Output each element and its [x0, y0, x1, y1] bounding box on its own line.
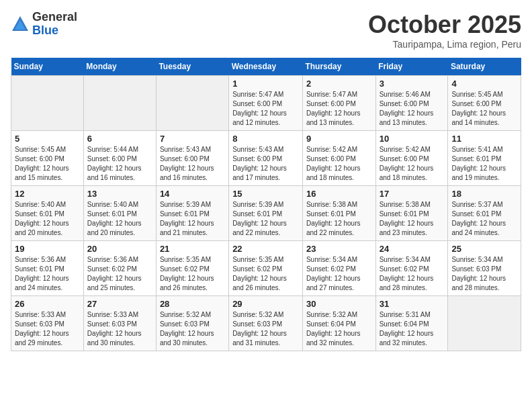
day-number: 24 [380, 244, 445, 254]
day-number: 18 [451, 189, 517, 199]
month-title: October 2025 [368, 11, 521, 39]
day-info: Sunrise: 5:43 AM Sunset: 6:00 PM Dayligh… [160, 145, 225, 183]
day-number: 27 [87, 299, 152, 309]
week-row-1: 1Sunrise: 5:47 AM Sunset: 6:00 PM Daylig… [11, 76, 521, 131]
day-number: 20 [87, 244, 152, 254]
calendar-table: SundayMondayTuesdayWednesdayThursdayFrid… [11, 58, 521, 351]
calendar-cell: 23Sunrise: 5:34 AM Sunset: 6:02 PM Dayli… [302, 241, 375, 296]
day-number: 26 [15, 299, 80, 309]
week-row-5: 26Sunrise: 5:33 AM Sunset: 6:03 PM Dayli… [11, 296, 521, 351]
day-number: 19 [15, 244, 80, 254]
day-number: 11 [451, 134, 517, 144]
calendar-cell: 14Sunrise: 5:39 AM Sunset: 6:01 PM Dayli… [156, 186, 228, 241]
calendar-cell: 25Sunrise: 5:34 AM Sunset: 6:03 PM Dayli… [448, 241, 521, 296]
day-info: Sunrise: 5:42 AM Sunset: 6:00 PM Dayligh… [380, 145, 445, 183]
day-number: 1 [232, 79, 299, 89]
day-info: Sunrise: 5:35 AM Sunset: 6:02 PM Dayligh… [232, 255, 299, 293]
day-info: Sunrise: 5:32 AM Sunset: 6:03 PM Dayligh… [232, 310, 299, 348]
day-info: Sunrise: 5:39 AM Sunset: 6:01 PM Dayligh… [160, 200, 225, 238]
calendar-cell: 6Sunrise: 5:44 AM Sunset: 6:00 PM Daylig… [83, 131, 156, 186]
calendar-cell: 2Sunrise: 5:47 AM Sunset: 6:00 PM Daylig… [302, 76, 375, 131]
calendar-cell: 16Sunrise: 5:38 AM Sunset: 6:01 PM Dayli… [302, 186, 375, 241]
day-info: Sunrise: 5:39 AM Sunset: 6:01 PM Dayligh… [232, 200, 299, 238]
day-number: 5 [15, 134, 80, 144]
page-header: General Blue October 2025 Tauripampa, Li… [11, 11, 521, 50]
day-number: 4 [451, 79, 517, 89]
calendar-body: 1Sunrise: 5:47 AM Sunset: 6:00 PM Daylig… [11, 76, 521, 351]
day-number: 21 [160, 244, 225, 254]
calendar-cell: 7Sunrise: 5:43 AM Sunset: 6:00 PM Daylig… [156, 131, 228, 186]
logo: General Blue [11, 11, 77, 38]
day-number: 29 [232, 299, 299, 309]
calendar-cell: 8Sunrise: 5:43 AM Sunset: 6:00 PM Daylig… [229, 131, 303, 186]
day-info: Sunrise: 5:32 AM Sunset: 6:03 PM Dayligh… [160, 310, 225, 348]
day-info: Sunrise: 5:40 AM Sunset: 6:01 PM Dayligh… [87, 200, 152, 238]
calendar-cell: 29Sunrise: 5:32 AM Sunset: 6:03 PM Dayli… [229, 296, 303, 351]
day-info: Sunrise: 5:38 AM Sunset: 6:01 PM Dayligh… [306, 200, 372, 238]
calendar-cell: 12Sunrise: 5:40 AM Sunset: 6:01 PM Dayli… [11, 186, 84, 241]
day-info: Sunrise: 5:38 AM Sunset: 6:01 PM Dayligh… [380, 200, 445, 238]
calendar-cell: 11Sunrise: 5:41 AM Sunset: 6:01 PM Dayli… [448, 131, 521, 186]
day-number: 7 [160, 134, 225, 144]
day-info: Sunrise: 5:41 AM Sunset: 6:01 PM Dayligh… [451, 145, 517, 183]
day-info: Sunrise: 5:42 AM Sunset: 6:00 PM Dayligh… [306, 145, 372, 183]
calendar-cell: 10Sunrise: 5:42 AM Sunset: 6:00 PM Dayli… [375, 131, 448, 186]
logo-blue-text: Blue [32, 24, 77, 38]
calendar-header: SundayMondayTuesdayWednesdayThursdayFrid… [11, 58, 521, 76]
day-info: Sunrise: 5:34 AM Sunset: 6:02 PM Dayligh… [306, 255, 372, 293]
weekday-header-monday: Monday [83, 58, 156, 76]
day-info: Sunrise: 5:37 AM Sunset: 6:01 PM Dayligh… [451, 200, 517, 238]
weekday-header-saturday: Saturday [448, 58, 521, 76]
day-number: 31 [380, 299, 445, 309]
day-info: Sunrise: 5:47 AM Sunset: 6:00 PM Dayligh… [306, 90, 372, 128]
day-number: 8 [232, 134, 299, 144]
calendar-cell: 27Sunrise: 5:33 AM Sunset: 6:03 PM Dayli… [83, 296, 156, 351]
day-info: Sunrise: 5:33 AM Sunset: 6:03 PM Dayligh… [87, 310, 152, 348]
day-number: 13 [87, 189, 152, 199]
day-number: 25 [451, 244, 517, 254]
day-info: Sunrise: 5:33 AM Sunset: 6:03 PM Dayligh… [15, 310, 80, 348]
day-number: 10 [380, 134, 445, 144]
week-row-2: 5Sunrise: 5:45 AM Sunset: 6:00 PM Daylig… [11, 131, 521, 186]
calendar-cell: 18Sunrise: 5:37 AM Sunset: 6:01 PM Dayli… [448, 186, 521, 241]
week-row-4: 19Sunrise: 5:36 AM Sunset: 6:01 PM Dayli… [11, 241, 521, 296]
day-number: 15 [232, 189, 299, 199]
calendar-cell [83, 76, 156, 131]
week-row-3: 12Sunrise: 5:40 AM Sunset: 6:01 PM Dayli… [11, 186, 521, 241]
day-info: Sunrise: 5:35 AM Sunset: 6:02 PM Dayligh… [160, 255, 225, 293]
calendar-cell [11, 76, 84, 131]
calendar-cell [156, 76, 228, 131]
calendar-cell: 24Sunrise: 5:34 AM Sunset: 6:02 PM Dayli… [375, 241, 448, 296]
title-block: October 2025 Tauripampa, Lima region, Pe… [368, 11, 521, 50]
logo-icon [11, 15, 30, 34]
weekday-header-tuesday: Tuesday [156, 58, 228, 76]
location-subtitle: Tauripampa, Lima region, Peru [368, 39, 521, 50]
calendar-cell: 22Sunrise: 5:35 AM Sunset: 6:02 PM Dayli… [229, 241, 303, 296]
calendar-cell: 30Sunrise: 5:32 AM Sunset: 6:04 PM Dayli… [302, 296, 375, 351]
day-info: Sunrise: 5:32 AM Sunset: 6:04 PM Dayligh… [306, 310, 372, 348]
calendar-cell: 3Sunrise: 5:46 AM Sunset: 6:00 PM Daylig… [375, 76, 448, 131]
day-number: 23 [306, 244, 372, 254]
calendar-cell: 28Sunrise: 5:32 AM Sunset: 6:03 PM Dayli… [156, 296, 228, 351]
day-info: Sunrise: 5:36 AM Sunset: 6:02 PM Dayligh… [87, 255, 152, 293]
calendar-cell: 19Sunrise: 5:36 AM Sunset: 6:01 PM Dayli… [11, 241, 84, 296]
day-number: 30 [306, 299, 372, 309]
day-info: Sunrise: 5:34 AM Sunset: 6:02 PM Dayligh… [380, 255, 445, 293]
weekday-header-thursday: Thursday [302, 58, 375, 76]
day-info: Sunrise: 5:44 AM Sunset: 6:00 PM Dayligh… [87, 145, 152, 183]
weekday-header-friday: Friday [375, 58, 448, 76]
calendar-cell: 9Sunrise: 5:42 AM Sunset: 6:00 PM Daylig… [302, 131, 375, 186]
day-number: 12 [15, 189, 80, 199]
day-info: Sunrise: 5:47 AM Sunset: 6:00 PM Dayligh… [232, 90, 299, 128]
weekday-header-wednesday: Wednesday [229, 58, 303, 76]
calendar-cell: 1Sunrise: 5:47 AM Sunset: 6:00 PM Daylig… [229, 76, 303, 131]
calendar-cell: 31Sunrise: 5:31 AM Sunset: 6:04 PM Dayli… [375, 296, 448, 351]
logo-general-text: General [32, 11, 77, 24]
day-info: Sunrise: 5:31 AM Sunset: 6:04 PM Dayligh… [380, 310, 445, 348]
calendar-cell: 4Sunrise: 5:45 AM Sunset: 6:00 PM Daylig… [448, 76, 521, 131]
weekday-header-sunday: Sunday [11, 58, 84, 76]
calendar-cell [448, 296, 521, 351]
day-number: 17 [380, 189, 445, 199]
calendar-cell: 20Sunrise: 5:36 AM Sunset: 6:02 PM Dayli… [83, 241, 156, 296]
calendar-cell: 21Sunrise: 5:35 AM Sunset: 6:02 PM Dayli… [156, 241, 228, 296]
